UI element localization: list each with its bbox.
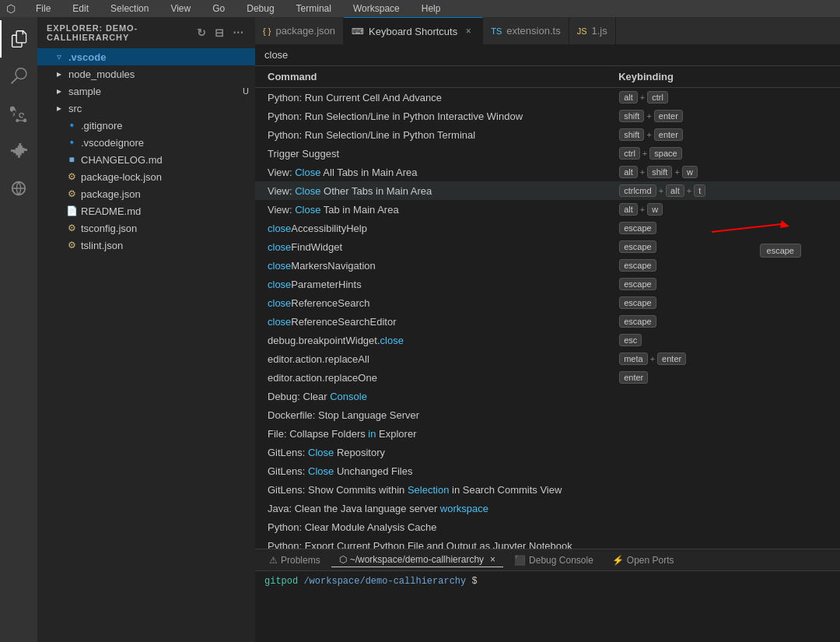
menu-debug[interactable]: Debug bbox=[242, 2, 278, 16]
tab-label-extension-ts: extension.ts bbox=[506, 25, 560, 37]
tree-item-readme[interactable]: 📄 README.md bbox=[37, 202, 255, 219]
terminal-tab-ports[interactable]: ⚡ Open Ports bbox=[604, 553, 682, 567]
row-keybinding bbox=[606, 517, 840, 536]
refresh-icon[interactable]: ↻ bbox=[195, 25, 208, 40]
collapse-icon[interactable]: ⊟ bbox=[213, 25, 226, 40]
tree-item-gitignore[interactable]: 🔹 .gitignore bbox=[37, 117, 255, 134]
row-keybinding: shift+enter bbox=[606, 125, 840, 144]
table-row: View: Close Tab in Main Area alt+w bbox=[255, 200, 840, 219]
row-command: View: Close All Tabs in Main Area bbox=[255, 163, 606, 181]
menu-selection[interactable]: Selection bbox=[106, 2, 153, 16]
tree-item-changelog[interactable]: ■ CHANGELOG.md bbox=[37, 151, 255, 168]
activity-search[interactable] bbox=[0, 58, 37, 95]
menu-workspace[interactable]: Workspace bbox=[348, 2, 404, 16]
menu-view[interactable]: View bbox=[166, 2, 195, 16]
more-icon[interactable]: ⋯ bbox=[231, 25, 246, 40]
tree-item-package-json[interactable]: ⚙ package.json bbox=[37, 185, 255, 202]
table-row: GitLens: Show Commits within Selection i… bbox=[255, 480, 840, 499]
file-icon: 📄 bbox=[65, 205, 78, 217]
file-icon: 🔹 bbox=[65, 119, 78, 132]
terminal-tab-workspace[interactable]: ⬡ ~/workspace/demo-callhierarchy × bbox=[331, 553, 503, 567]
file-icon: 🔹 bbox=[65, 136, 78, 149]
table-row: closeReferenceSearch escape bbox=[255, 293, 840, 312]
folder-open-icon: ▿ bbox=[53, 51, 65, 63]
table-row: editor.action.replaceOne enter bbox=[255, 368, 840, 387]
terminal-prompt: gitpod bbox=[264, 576, 298, 587]
problems-icon: ⚠ bbox=[269, 555, 278, 566]
tree-item-vscodeignore[interactable]: 🔹 .vscodeignore bbox=[37, 134, 255, 151]
activity-source-control[interactable] bbox=[0, 95, 37, 132]
col-command: Command bbox=[255, 66, 606, 88]
row-command: closeParameterHints bbox=[255, 275, 606, 293]
tab-keyboard-shortcuts[interactable]: ⌨ Keyboard Shortcuts × bbox=[344, 17, 483, 44]
terminal-area: ⚠ Problems ⬡ ~/workspace/demo-callhierar… bbox=[255, 549, 840, 642]
row-keybinding: enter bbox=[606, 368, 840, 387]
row-command: Python: Run Selection/Line in Python Ter… bbox=[255, 125, 606, 144]
tree-label: node_modules bbox=[68, 68, 135, 80]
tree-label: sample bbox=[68, 86, 101, 97]
app-icon: ⬡ bbox=[6, 2, 16, 15]
row-keybinding: escape bbox=[606, 312, 840, 331]
activity-explorer[interactable] bbox=[0, 20, 37, 58]
menu-help[interactable]: Help bbox=[417, 2, 446, 16]
tree-item-sample[interactable]: ▸ sample U bbox=[37, 82, 255, 100]
tree-item-vscode[interactable]: ▿ .vscode bbox=[37, 48, 255, 65]
row-keybinding: escape bbox=[606, 237, 840, 256]
row-command: closeReferenceSearchEditor bbox=[255, 312, 606, 331]
tab-extension-ts[interactable]: TS extension.ts bbox=[483, 17, 569, 44]
tab-1-js[interactable]: JS 1.js bbox=[569, 17, 616, 44]
table-row: GitLens: Close Unchanged Files bbox=[255, 461, 840, 480]
terminal-tabs: ⚠ Problems ⬡ ~/workspace/demo-callhierar… bbox=[255, 549, 840, 571]
row-keybinding bbox=[606, 480, 840, 499]
row-keybinding bbox=[606, 387, 840, 405]
tree-item-package-lock[interactable]: ⚙ package-lock.json bbox=[37, 168, 255, 185]
tab-icon-ts: TS bbox=[491, 26, 502, 36]
table-row: Debug: Clear Console bbox=[255, 387, 840, 405]
tree-item-src[interactable]: ▸ src bbox=[37, 100, 255, 117]
terminal-body: gitpod /workspace/demo-callhierarchy $ bbox=[255, 571, 840, 642]
row-keybinding: alt+shift+w bbox=[606, 163, 840, 181]
row-keybinding: alt+w bbox=[606, 200, 840, 219]
menu-file[interactable]: File bbox=[31, 2, 55, 16]
terminal-close-icon[interactable]: × bbox=[490, 554, 495, 565]
row-keybinding: shift+enter bbox=[606, 107, 840, 125]
file-icon: ■ bbox=[65, 153, 78, 166]
row-command: Python: Clear Module Analysis Cache bbox=[255, 517, 606, 536]
menu-go[interactable]: Go bbox=[208, 2, 229, 16]
table-row: View: Close Other Tabs in Main Area ctrl… bbox=[255, 181, 840, 200]
search-input[interactable] bbox=[264, 49, 420, 61]
terminal-path: /workspace/demo-callhierarchy bbox=[303, 576, 471, 587]
tree-item-tsconfig[interactable]: ⚙ tsconfig.json bbox=[37, 219, 255, 237]
menu-terminal[interactable]: Terminal bbox=[292, 2, 336, 16]
row-command: closeFindWidget bbox=[255, 237, 606, 256]
table-row: closeMarkersNavigation escape bbox=[255, 256, 840, 275]
table-row: editor.action.replaceAll meta+enter bbox=[255, 349, 840, 368]
tab-bar: { } package.json ⌨ Keyboard Shortcuts × … bbox=[255, 17, 840, 44]
search-bar bbox=[255, 44, 840, 66]
folder-icon: ▸ bbox=[53, 85, 65, 97]
tree-label: README.md bbox=[81, 205, 141, 217]
terminal-icon: ⬡ bbox=[339, 554, 347, 565]
badge-u: U bbox=[243, 86, 249, 96]
activity-bar bbox=[0, 17, 37, 642]
tree-label: CHANGELOG.md bbox=[81, 154, 163, 166]
ports-icon: ⚡ bbox=[612, 555, 624, 566]
tree-label: package-lock.json bbox=[81, 171, 162, 183]
menu-edit[interactable]: Edit bbox=[68, 2, 93, 16]
tab-icon-js: JS bbox=[577, 26, 587, 36]
tab-package-json[interactable]: { } package.json bbox=[255, 17, 344, 44]
terminal-tab-debug[interactable]: ⬛ Debug Console bbox=[506, 553, 601, 567]
row-keybinding bbox=[606, 499, 840, 517]
tree-item-tslint[interactable]: ⚙ tslint.json bbox=[37, 237, 255, 254]
terminal-dollar: $ bbox=[471, 576, 477, 587]
shortcuts-content: escape Command Keybinding Python: Run Cu… bbox=[255, 66, 840, 549]
row-keybinding: escape bbox=[606, 275, 840, 293]
terminal-tab-problems[interactable]: ⚠ Problems bbox=[261, 553, 328, 567]
tree-label: .gitignore bbox=[81, 120, 122, 132]
tab-close-keyboard-shortcuts[interactable]: × bbox=[462, 25, 474, 37]
activity-remote[interactable] bbox=[0, 170, 37, 207]
sidebar-header: EXPLORER: DEMO-CALLHIERARCHY ↻ ⊟ ⋯ bbox=[37, 17, 255, 48]
table-row: Python: Run Selection/Line in Python Int… bbox=[255, 107, 840, 125]
activity-extensions[interactable] bbox=[0, 132, 37, 170]
tree-item-node-modules[interactable]: ▸ node_modules bbox=[37, 65, 255, 82]
